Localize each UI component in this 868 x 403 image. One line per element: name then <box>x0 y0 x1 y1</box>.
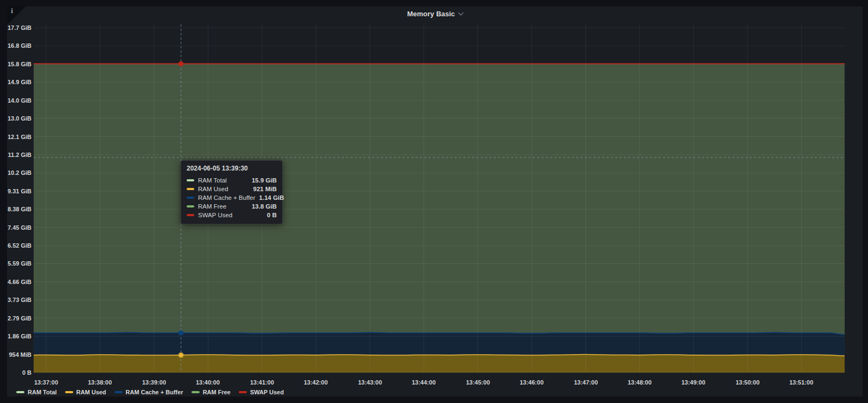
legend-item-ram-total[interactable]: RAM Total <box>16 389 57 395</box>
tooltip-row: RAM Cache + Buffer1.14 GiB <box>187 193 277 202</box>
x-axis-tick-label: 13:45:00 <box>454 379 502 386</box>
tooltip-series-label: RAM Cache + Buffer <box>198 194 256 201</box>
legend-swatch-icon <box>114 391 123 393</box>
tooltip-series-value: 1.14 GiB <box>259 194 284 201</box>
tooltip-row: RAM Free13.8 GiB <box>187 202 277 211</box>
tooltip-series-swatch-icon <box>187 214 194 216</box>
tooltip-series-label: RAM Total <box>198 177 248 184</box>
panel-header[interactable]: Memory Basic <box>7 7 863 21</box>
y-axis-tick-label: 7.45 GiB <box>7 224 31 231</box>
y-axis-tick-label: 10.2 GiB <box>7 169 31 177</box>
x-axis-tick-label: 13:47:00 <box>561 379 610 386</box>
tooltip-row: RAM Used921 MiB <box>187 185 277 193</box>
tooltip-series-swatch-icon <box>187 188 194 190</box>
legend-item-ram-cache-buffer[interactable]: RAM Cache + Buffer <box>114 389 183 395</box>
legend-swatch-icon <box>65 391 73 393</box>
x-axis-tick-label: 13:46:00 <box>507 379 556 386</box>
y-axis-tick-label: 2.79 GiB <box>7 314 31 322</box>
y-axis-tick-label: 13.0 GiB <box>7 115 31 122</box>
memory-chart[interactable] <box>7 7 863 396</box>
legend-label: RAM Free <box>203 389 231 395</box>
y-axis-tick-label: 954 MiB <box>7 351 31 358</box>
y-axis-tick-label: 15.8 GiB <box>7 60 31 68</box>
legend-label: RAM Used <box>76 389 106 395</box>
x-axis-tick-label: 13:38:00 <box>75 379 124 386</box>
tooltip-series-swatch-icon <box>187 205 194 207</box>
chart-area[interactable]: 0 B954 MiB1.86 GiB2.79 GiB3.73 GiB4.66 G… <box>7 7 863 396</box>
y-axis-tick-label: 17.7 GiB <box>7 24 31 32</box>
chart-legend: RAM TotalRAM UsedRAM Cache + BufferRAM F… <box>16 388 284 396</box>
chart-tooltip: 2024-06-05 13:39:30 RAM Total15.9 GiBRAM… <box>181 160 283 224</box>
tooltip-series-label: RAM Used <box>198 186 250 192</box>
legend-label: SWAP Used <box>250 389 284 395</box>
legend-swatch-icon <box>239 391 247 393</box>
y-axis-tick-label: 0 B <box>7 369 31 376</box>
x-axis-tick-label: 13:43:00 <box>346 379 394 386</box>
y-axis-tick-label: 12.1 GiB <box>7 133 31 141</box>
tooltip-row: SWAP Used0 B <box>187 211 277 219</box>
memory-basic-panel: i Memory Basic 0 B954 MiB1.86 GiB2.79 Gi… <box>7 7 863 396</box>
x-axis-tick-label: 13:51:00 <box>777 379 826 386</box>
tooltip-series-value: 15.9 GiB <box>252 177 277 184</box>
tooltip-series-value: 13.8 GiB <box>252 203 277 210</box>
x-axis-tick-label: 13:41:00 <box>238 379 286 386</box>
legend-item-ram-used[interactable]: RAM Used <box>65 389 106 395</box>
legend-item-swap-used[interactable]: SWAP Used <box>239 389 284 395</box>
legend-label: RAM Total <box>28 389 57 395</box>
y-axis-tick-label: 1.86 GiB <box>7 332 31 340</box>
tooltip-rows: RAM Total15.9 GiBRAM Used921 MiBRAM Cach… <box>187 176 277 219</box>
y-axis-tick-label: 9.31 GiB <box>7 187 31 195</box>
legend-label: RAM Cache + Buffer <box>126 389 183 395</box>
x-axis-tick-label: 13:49:00 <box>669 379 718 386</box>
y-axis-tick-label: 6.52 GiB <box>7 242 31 249</box>
y-axis-tick-label: 11.2 GiB <box>7 151 31 159</box>
y-axis-tick-label: 4.66 GiB <box>7 278 31 286</box>
chevron-down-icon <box>458 10 463 16</box>
hover-point <box>179 353 183 357</box>
y-axis-tick-label: 14.0 GiB <box>7 97 31 104</box>
y-axis-tick-label: 5.59 GiB <box>7 260 31 267</box>
info-icon: i <box>11 8 13 15</box>
tooltip-row: RAM Total15.9 GiB <box>187 176 277 185</box>
x-axis-tick-label: 13:48:00 <box>615 379 664 386</box>
legend-swatch-icon <box>192 391 200 393</box>
y-axis-tick-label: 3.73 GiB <box>7 296 31 304</box>
x-axis-tick-label: 13:42:00 <box>291 379 340 386</box>
panel-title: Memory Basic <box>407 10 455 18</box>
tooltip-timestamp: 2024-06-05 13:39:30 <box>187 165 277 172</box>
legend-swatch-icon <box>16 391 24 393</box>
tooltip-series-swatch-icon <box>187 197 194 199</box>
y-axis-tick-label: 16.8 GiB <box>7 42 31 49</box>
y-axis-tick-label: 14.9 GiB <box>7 78 31 86</box>
hover-point <box>179 331 183 335</box>
x-axis-tick-label: 13:39:00 <box>130 379 178 386</box>
legend-item-ram-free[interactable]: RAM Free <box>192 389 231 395</box>
tooltip-series-label: RAM Free <box>198 203 248 210</box>
tooltip-series-value: 921 MiB <box>253 186 277 192</box>
hover-point <box>179 61 183 66</box>
tooltip-series-swatch-icon <box>187 179 194 181</box>
y-axis-tick-label: 8.38 GiB <box>7 205 31 213</box>
tooltip-series-value: 0 B <box>267 212 277 218</box>
x-axis-tick-label: 13:37:00 <box>22 379 71 386</box>
x-axis-tick-label: 13:50:00 <box>723 379 772 386</box>
tooltip-series-label: SWAP Used <box>198 212 263 218</box>
x-axis-tick-label: 13:44:00 <box>399 379 448 386</box>
x-axis-tick-label: 13:40:00 <box>183 379 232 386</box>
